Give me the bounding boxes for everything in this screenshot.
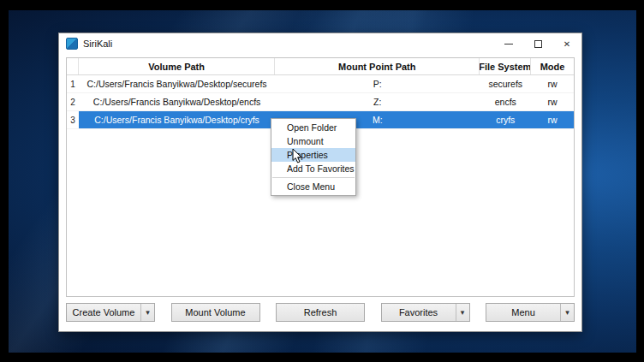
bottom-toolbar: Create Volume Mount Volume Refresh Favor… xyxy=(66,303,575,322)
mount-point-cell: Z: xyxy=(275,93,480,110)
menu-item-properties[interactable]: Properties xyxy=(271,148,355,162)
mode-cell: rw xyxy=(531,75,574,92)
file-system-cell: encfs xyxy=(480,93,531,110)
window-title: SiriKali xyxy=(83,39,112,49)
column-header-mount-point-path[interactable]: Mount Point Path xyxy=(275,58,480,74)
dropdown-arrow-icon[interactable] xyxy=(140,304,154,321)
dropdown-arrow-icon[interactable] xyxy=(456,304,469,321)
desktop-wallpaper: SiriKali Volume Path Mount Point Path Fi… xyxy=(9,10,636,353)
context-menu: Open Folder Unmount Properties Add To Fa… xyxy=(271,118,356,196)
create-volume-button[interactable]: Create Volume xyxy=(66,303,155,322)
mode-cell: rw xyxy=(531,111,574,128)
menu-button[interactable]: Menu xyxy=(486,303,575,322)
row-number: 1 xyxy=(67,75,79,92)
window-controls xyxy=(494,33,581,54)
column-header-mode[interactable]: Mode xyxy=(531,58,574,74)
volume-path-cell: C:/Users/Francis Banyikwa/Desktop/cryfs xyxy=(79,111,275,128)
file-system-cell: cryfs xyxy=(480,111,531,128)
dropdown-arrow-icon[interactable] xyxy=(560,304,574,321)
maximize-button[interactable] xyxy=(523,33,552,54)
menu-item-open-folder[interactable]: Open Folder xyxy=(271,121,355,134)
file-system-cell: securefs xyxy=(480,75,531,92)
menu-item-unmount[interactable]: Unmount xyxy=(271,134,355,148)
table-row[interactable]: 1 C:/Users/Francis Banyikwa/Desktop/secu… xyxy=(67,75,574,93)
row-number: 3 xyxy=(67,111,79,128)
sirikali-window: SiriKali Volume Path Mount Point Path Fi… xyxy=(58,33,582,332)
mode-cell: rw xyxy=(531,93,574,110)
volume-path-cell: C:/Users/Francis Banyikwa/Desktop/encfs xyxy=(79,93,275,110)
mount-volume-button[interactable]: Mount Volume xyxy=(171,303,260,322)
row-number: 2 xyxy=(67,93,79,110)
menu-item-add-to-favorites[interactable]: Add To Favorites xyxy=(271,162,355,175)
favorites-button[interactable]: Favorites xyxy=(381,303,470,322)
minimize-button[interactable] xyxy=(494,33,523,54)
close-button[interactable] xyxy=(552,33,581,54)
column-header-file-system[interactable]: File System xyxy=(480,58,531,74)
menu-item-close-menu[interactable]: Close Menu xyxy=(271,180,355,193)
table-header-row: Volume Path Mount Point Path File System… xyxy=(67,58,574,75)
volume-path-cell: C:/Users/Francis Banyikwa/Desktop/secure… xyxy=(79,75,275,92)
corner-header xyxy=(67,58,79,74)
window-titlebar[interactable]: SiriKali xyxy=(59,33,581,54)
sirikali-app-icon xyxy=(66,38,78,50)
mouse-cursor xyxy=(292,148,303,168)
minimize-icon xyxy=(504,44,513,45)
menu-separator xyxy=(272,177,355,178)
close-icon xyxy=(564,39,570,49)
mount-point-cell: P: xyxy=(275,75,480,92)
table-row[interactable]: 2 C:/Users/Francis Banyikwa/Desktop/encf… xyxy=(67,93,574,111)
refresh-button[interactable]: Refresh xyxy=(276,303,365,322)
column-header-volume-path[interactable]: Volume Path xyxy=(79,58,275,74)
maximize-icon xyxy=(534,40,542,48)
